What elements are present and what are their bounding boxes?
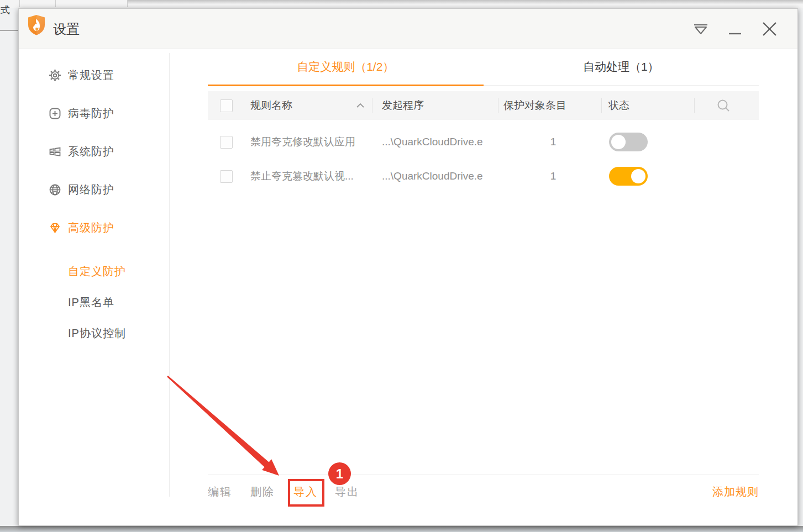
- sidebar-subitem-custom-protection[interactable]: 自定义防护: [19, 256, 169, 287]
- sidebar-item-network-protection[interactable]: 网络防护: [19, 171, 169, 209]
- tab-custom-rules[interactable]: 自定义规则（1/2）: [208, 49, 484, 85]
- sort-asc-icon[interactable]: [356, 91, 365, 120]
- select-all-checkbox[interactable]: [220, 99, 233, 112]
- rule-toggle[interactable]: [609, 133, 648, 151]
- add-rule-button[interactable]: 添加规则: [712, 480, 759, 504]
- minimize-icon[interactable]: [725, 18, 746, 40]
- sidebar-subitem-label: IP黑名单: [68, 295, 114, 310]
- background-divider: [19, 0, 20, 7]
- row-checkbox[interactable]: [220, 170, 233, 183]
- toggle-knob: [611, 135, 626, 149]
- table-header: 规则名称 发起程序 保护对象条目 状态: [208, 91, 759, 120]
- table-row[interactable]: 禁止夸克篡改默认视... ...\QuarkCloudDrive.e 1: [208, 159, 759, 193]
- window-title: 设置: [53, 9, 80, 49]
- edit-button[interactable]: 编辑: [208, 480, 232, 504]
- settings-window: 设置: [18, 8, 798, 526]
- column-divider: [601, 98, 602, 113]
- sidebar: 常规设置 病毒防护 系统防护: [19, 49, 169, 525]
- row-checkbox[interactable]: [220, 136, 233, 149]
- sidebar-item-label: 高级防护: [68, 220, 114, 235]
- sidebar-item-label: 病毒防护: [68, 106, 114, 121]
- background-divider: [55, 0, 56, 7]
- background-bottom-strip: [0, 526, 803, 532]
- sidebar-item-label: 常规设置: [68, 68, 114, 83]
- background-window-strip: [0, 0, 803, 8]
- background-divider: [127, 0, 128, 7]
- rule-entry-count: 1: [550, 136, 557, 148]
- plus-square-icon: [49, 107, 61, 120]
- background-text-fragment: 式: [1, 4, 10, 17]
- sidebar-item-system-protection[interactable]: 系统防护: [19, 133, 169, 171]
- globe-icon: [49, 183, 61, 196]
- titlebar[interactable]: 设置: [19, 9, 797, 49]
- gear-icon: [49, 69, 61, 82]
- background-line-fragment: [0, 30, 18, 31]
- column-divider: [498, 98, 498, 113]
- huorong-shield-logo-icon: [27, 14, 46, 35]
- import-button[interactable]: 导入: [293, 480, 318, 504]
- sidebar-item-label: 系统防护: [68, 144, 114, 159]
- footer-divider: [208, 475, 759, 475]
- search-icon[interactable]: [716, 91, 731, 120]
- rule-entry-count: 1: [550, 170, 557, 182]
- main-content: 自定义规则（1/2） 自动处理（1） 规则名称 发起程序 保护对象条目 状态: [208, 49, 759, 526]
- close-icon[interactable]: [759, 18, 780, 40]
- diamond-icon: [49, 222, 61, 234]
- sidebar-item-general-settings[interactable]: 常规设置: [19, 56, 169, 94]
- column-header-program[interactable]: 发起程序: [382, 98, 424, 113]
- column-header-entries[interactable]: 保护对象条目: [503, 98, 566, 113]
- sidebar-subitem-label: IP协议控制: [68, 326, 126, 341]
- column-header-rule-name[interactable]: 规则名称: [250, 98, 292, 113]
- rule-program: ...\QuarkCloudDrive.e: [382, 170, 483, 182]
- column-divider: [694, 98, 695, 113]
- table-row[interactable]: 禁用夸克修改默认应用 ...\QuarkCloudDrive.e 1: [208, 125, 759, 159]
- export-button[interactable]: 导出: [335, 480, 359, 504]
- column-header-status[interactable]: 状态: [608, 98, 629, 113]
- rule-name: 禁止夸克篡改默认视...: [250, 169, 354, 183]
- menu-icon[interactable]: [690, 18, 711, 40]
- column-divider: [372, 98, 372, 113]
- delete-button[interactable]: 删除: [250, 480, 275, 504]
- sidebar-item-virus-protection[interactable]: 病毒防护: [19, 94, 169, 133]
- tab-bar: 自定义规则（1/2） 自动处理（1）: [208, 49, 759, 86]
- rule-toggle[interactable]: [609, 167, 648, 186]
- toggle-knob: [631, 169, 645, 183]
- sidebar-subitem-ip-blacklist[interactable]: IP黑名单: [19, 287, 169, 318]
- sidebar-item-label: 网络防护: [68, 182, 114, 197]
- sidebar-item-advanced-protection[interactable]: 高级防护: [19, 209, 169, 247]
- tab-auto-process[interactable]: 自动处理（1）: [484, 49, 759, 85]
- sidebar-subitem-ip-protocol-control[interactable]: IP协议控制: [19, 318, 169, 349]
- rule-name: 禁用夸克修改默认应用: [250, 135, 355, 149]
- background-scrollbar: [127, 0, 803, 4]
- sidebar-divider: [169, 53, 170, 497]
- window-panes-icon: [49, 145, 61, 158]
- sidebar-subitem-label: 自定义防护: [68, 264, 126, 279]
- rule-program: ...\QuarkCloudDrive.e: [382, 136, 483, 148]
